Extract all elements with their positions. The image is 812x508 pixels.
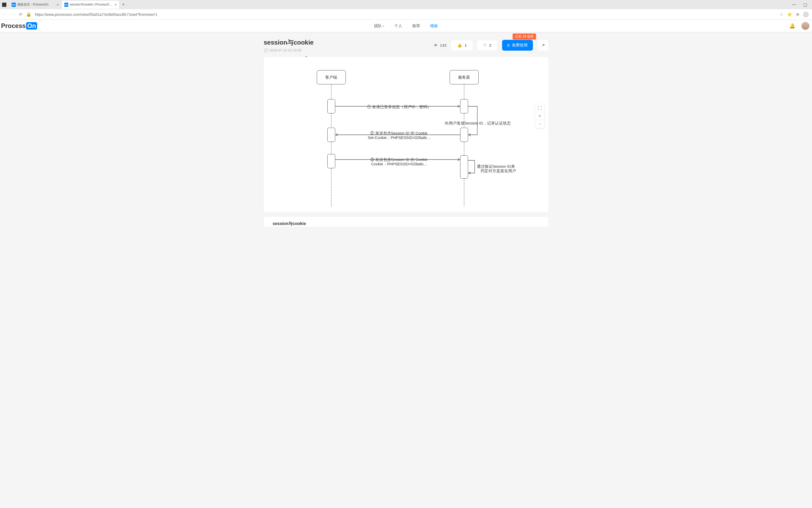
views: 👁 143 [434, 43, 446, 47]
close-icon[interactable]: × [57, 3, 59, 7]
use-button[interactable]: ⎘ 免费使用 [502, 40, 533, 51]
like-button[interactable]: 👍 1 [451, 40, 473, 50]
activation-client-2 [327, 128, 335, 142]
avatar[interactable] [802, 22, 809, 30]
forward-icon[interactable]: → [11, 12, 15, 17]
collections-icon[interactable]: ⊕ [796, 12, 799, 17]
logo[interactable]: Process On [1, 22, 37, 30]
back-icon[interactable]: ← [3, 12, 7, 17]
thumb-icon: 👍 [457, 43, 462, 48]
copy-icon: ⎘ [507, 43, 510, 47]
browser-chrome: On 模板首页 - ProcessOn × On session与cookie … [0, 0, 812, 20]
eye-icon: 👁 [434, 43, 438, 47]
profile-icon[interactable] [803, 12, 809, 17]
sequence-diagram: 客户端 服务器 ① 发送已登录信息（用户ID，密码） 向用户发放Session … [264, 57, 548, 212]
tabs-menu-icon[interactable] [2, 3, 6, 7]
favorites-icon[interactable]: ⭐ [787, 12, 792, 17]
zoom-in-icon[interactable]: ＋ [535, 112, 544, 120]
participant-client: 客户端 [317, 70, 346, 84]
note-sessionid: 向用户发放Session ID，记录认证状态 [445, 121, 511, 126]
nav-team[interactable]: 团队 ▾ [374, 24, 384, 29]
zoom-controls: ⛶ ＋ － [535, 104, 544, 128]
tab-bar: On 模板首页 - ProcessOn × On session与cookie … [0, 0, 812, 9]
note-verify-b: 判定对方是真实用户 [480, 169, 516, 174]
activation-server-3 [460, 155, 468, 178]
msg-step2b: Set-Cookie：PHPSESSID=028a8c… [368, 135, 431, 140]
url-field[interactable]: https://www.processon.com/view/55a51a72e… [35, 12, 776, 16]
share-icon: ↗ [541, 43, 545, 47]
page: session与cookie 🕘 2015-07-14 22:19:30 ↖ 👁… [0, 33, 812, 508]
minimize-icon[interactable]: — [792, 2, 796, 7]
browser-tab-0[interactable]: On 模板首页 - ProcessOn × [9, 1, 62, 9]
timestamp: 🕘 2015-07-14 22:19:30 [264, 48, 314, 52]
participant-server: 服务器 [449, 70, 479, 84]
window-controls: — ▢ [792, 2, 812, 7]
heart-icon: ♡ [483, 43, 486, 48]
details-card: session与cookie [264, 217, 548, 226]
share-button[interactable]: ↗ [538, 40, 548, 51]
activation-client-3 [327, 154, 335, 168]
activation-server-1 [460, 99, 468, 114]
new-tab-button[interactable]: + [120, 2, 127, 7]
site-header: Process On 团队 ▾ 个人 推荐 模板 🔔 [0, 20, 812, 33]
logo-badge: On [26, 22, 37, 30]
content-header: session与cookie 🕘 2015-07-14 22:19:30 ↖ 👁… [264, 38, 548, 52]
tab-title-0: 模板首页 - ProcessOn [17, 2, 48, 7]
star-icon[interactable]: ☆ [779, 12, 783, 17]
zoom-out-icon[interactable]: － [535, 120, 544, 128]
favicon-1: On [64, 3, 68, 7]
activation-server-2 [460, 128, 468, 142]
usage-badge: 已有 19 使用 [513, 34, 536, 40]
tab-title-1: session与cookie | ProcessOn免费 [70, 2, 113, 7]
favicon-0: On [12, 3, 16, 7]
page-title: session与cookie [264, 38, 314, 47]
fullscreen-icon[interactable]: ⛶ [535, 104, 544, 112]
nav-personal[interactable]: 个人 [394, 24, 402, 29]
lock-icon: 🔒 [26, 12, 31, 17]
msg-step1: ① 发送已登录信息（用户ID，密码） [367, 104, 431, 110]
reload-icon[interactable]: ⟳ [19, 12, 22, 17]
close-icon[interactable]: × [115, 3, 117, 7]
logo-text: Process [1, 22, 26, 30]
maximize-icon[interactable]: ▢ [803, 2, 807, 7]
clock-icon: 🕘 [264, 48, 268, 52]
nav-right: 🔔 [789, 22, 811, 30]
nav-center: 团队 ▾ 个人 推荐 模板 [374, 24, 438, 29]
bell-icon[interactable]: 🔔 [789, 23, 795, 29]
browser-tab-1[interactable]: On session与cookie | ProcessOn免费 × [62, 1, 120, 9]
nav-recommend[interactable]: 推荐 [412, 24, 420, 29]
chevron-down-icon: ▾ [383, 25, 384, 28]
diagram-canvas[interactable]: 客户端 服务器 ① 发送已登录信息（用户ID，密码） 向用户发放Session … [264, 57, 548, 212]
nav-template[interactable]: 模板 [430, 24, 438, 29]
msg-step3b: Cookie：PHPSESSID=028a8c… [371, 162, 428, 167]
details-title: session与cookie [273, 221, 539, 226]
favorite-button[interactable]: ♡ 2 [477, 40, 497, 50]
activation-client-1 [327, 99, 335, 114]
address-bar: ← → ⟳ 🔒 https://www.processon.com/view/5… [0, 9, 812, 20]
